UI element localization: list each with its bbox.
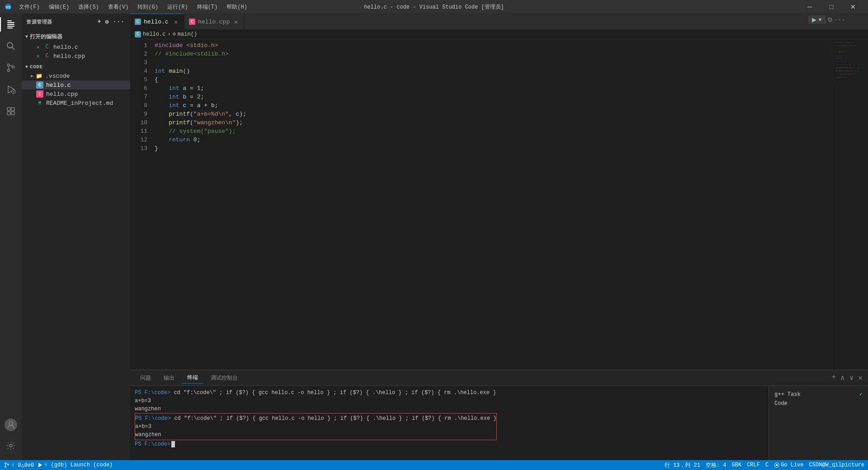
terminal-add-icon[interactable]: + (830, 372, 837, 383)
vscode-folder-label: .vscode (45, 73, 70, 80)
open-editors-header[interactable]: ▼ 打开的编辑器 (22, 31, 130, 42)
menu-goto[interactable]: 转到(G) (134, 2, 162, 12)
menu-terminal[interactable]: 终端(T) (193, 2, 222, 12)
status-position[interactable]: 行 13，列 21 (665, 461, 700, 469)
code-line-3 (155, 58, 832, 67)
run-button[interactable]: ▶ ▼ (808, 15, 826, 24)
run-label: ▼ (818, 17, 822, 22)
menu-edit[interactable]: 编辑(E) (45, 2, 73, 12)
svg-rect-15 (7, 108, 10, 111)
status-line-ending[interactable]: CRLF (747, 462, 760, 468)
activity-item-source-control[interactable] (0, 57, 22, 79)
menu-help[interactable]: 帮助(H) (223, 2, 251, 12)
breadcrumb-file[interactable]: hello.c (143, 31, 165, 38)
open-editors-arrow: ▼ (25, 34, 28, 39)
hello-c-icon: C (36, 81, 43, 89)
minimize-button[interactable]: ─ (799, 0, 820, 14)
tab-hello-c-close[interactable]: ✕ (172, 18, 179, 25)
terminal-close-panel-icon[interactable]: ✕ (857, 372, 863, 383)
tab-hello-c[interactable]: C hello.c ✕ (130, 14, 184, 29)
code-line-6: int a = 1; (155, 84, 832, 93)
terminal-tab-debug[interactable]: 调试控制台 (205, 372, 243, 384)
activity-item-search[interactable] (0, 35, 22, 57)
status-language[interactable]: C (765, 462, 769, 468)
editor-area: ▶ ▼ ⧉ ··· C hello.c ✕ C hello.cpp ✕ C he… (130, 14, 868, 460)
code-line-1: #include <stdio.h> (155, 41, 832, 50)
new-file-icon[interactable]: + (96, 17, 102, 27)
close-button[interactable]: ✕ (843, 0, 863, 14)
tree-item-hello-c[interactable]: C hello.c (22, 80, 130, 89)
terminal-down-icon[interactable]: ∨ (849, 372, 855, 383)
vscode-folder-icon: 📁 (35, 72, 42, 80)
tabs-bar: C hello.c ✕ C hello.cpp ✕ (130, 14, 868, 29)
maximize-button[interactable]: □ (821, 0, 842, 14)
terminal-tab-terminal[interactable]: 终端 (182, 372, 203, 384)
status-encoding[interactable]: GBK (732, 462, 742, 468)
activity-item-run[interactable] (0, 79, 22, 100)
terminal-up-icon[interactable]: ∧ (840, 372, 846, 383)
tree-item-hello-cpp[interactable]: C hello.cpp (22, 89, 130, 99)
svg-rect-18 (11, 112, 14, 115)
svg-point-26 (776, 464, 778, 466)
svg-rect-3 (7, 22, 14, 23)
svg-rect-17 (7, 112, 10, 115)
activity-bottom (0, 418, 22, 460)
activity-item-explorer[interactable] (0, 14, 22, 35)
open-editors-files: ✕ C hello.c ✕ C hello.cpp (22, 42, 130, 61)
code-line-4: int main() (155, 67, 832, 75)
open-file-hello-cpp[interactable]: ✕ C hello.cpp (22, 52, 130, 61)
breadcrumb-fn[interactable]: main() (178, 31, 197, 38)
menu-run[interactable]: 运行(R) (164, 2, 192, 12)
svg-point-19 (9, 422, 13, 425)
code-folder-label: CODE (30, 64, 43, 70)
tree-item-readme[interactable]: M README_inProject.md (22, 99, 130, 108)
user-avatar[interactable] (5, 418, 17, 431)
code-editor[interactable]: 12345 678910 111213 #include <stdio.h> /… (130, 39, 832, 370)
activity-item-extensions[interactable] (0, 100, 22, 122)
run-icon: ▶ (812, 16, 816, 23)
menu-select[interactable]: 选择(S) (75, 2, 103, 12)
terminal-right-item-gpptask[interactable]: g++ Task ✓ (773, 390, 864, 399)
open-file-cpp-label: hello.cpp (53, 53, 85, 60)
status-debug[interactable]: ⑂ (gdb) Launch (code) (38, 462, 113, 468)
vscode-logo-icon: VS (5, 3, 12, 10)
status-spaces[interactable]: 空格: 4 (706, 461, 726, 469)
more-editor-icon[interactable]: ··· (834, 16, 845, 24)
titlebar: VS 文件(F) 编辑(E) 选择(S) 查看(V) 转到(G) 运行(R) 终… (0, 0, 868, 14)
split-editor-icon[interactable]: ⧉ (828, 16, 832, 24)
code-line-10: printf("wangzhen\n"); (155, 118, 832, 127)
terminal-tab-output[interactable]: 输出 (158, 372, 180, 384)
code-line-13: } (155, 144, 832, 153)
code-content[interactable]: #include <stdio.h> // #include<stdlib.h>… (153, 41, 832, 370)
more-options-icon[interactable]: ··· (112, 17, 126, 27)
code-folder-arrow: ▼ (25, 65, 28, 70)
terminal-right-item-code[interactable]: Code (773, 399, 864, 408)
source-control-icon (6, 63, 16, 73)
top-toolbar: ▶ ▼ ⧉ ··· (808, 15, 845, 24)
svg-point-22 (5, 466, 6, 468)
svg-point-7 (7, 42, 13, 48)
terminal-right-panel: g++ Task ✓ Code (769, 386, 868, 460)
term-line-6: wangzhen (135, 431, 496, 439)
close-file-icon[interactable]: ✕ (34, 43, 42, 51)
status-branch[interactable]: ⑂ 0△0⊘0 (4, 462, 34, 469)
code-line-5: { (155, 75, 832, 84)
menu-file[interactable]: 文件(F) (15, 2, 43, 12)
debug-status-icon (38, 462, 43, 468)
code-folder-header[interactable]: ▼ CODE (22, 62, 130, 71)
tab-hello-cpp-close[interactable]: ✕ (232, 18, 240, 25)
menu-view[interactable]: 查看(V) (104, 2, 132, 12)
new-folder-icon[interactable]: ⊕ (104, 17, 110, 27)
terminal-tab-problems[interactable]: 问题 (135, 372, 156, 384)
status-csdn[interactable]: CSDN@W_qilpicture (809, 462, 864, 468)
terminal-body[interactable]: PS F:\code> cd "f:\code\" ; if ($?) { gc… (130, 386, 769, 460)
svg-rect-2 (7, 20, 12, 21)
activity-item-settings[interactable] (0, 435, 22, 456)
status-golive[interactable]: Go Live (774, 462, 803, 468)
line-numbers: 12345 678910 111213 (130, 41, 153, 370)
tree-item-vscode[interactable]: ▶ 📁 .vscode (22, 71, 130, 80)
open-file-hello-c[interactable]: ✕ C hello.c (22, 42, 130, 52)
c-file-icon: C (43, 43, 51, 51)
close-file-cpp-icon[interactable]: ✕ (34, 52, 42, 60)
tab-hello-cpp[interactable]: C hello.cpp ✕ (184, 14, 245, 29)
